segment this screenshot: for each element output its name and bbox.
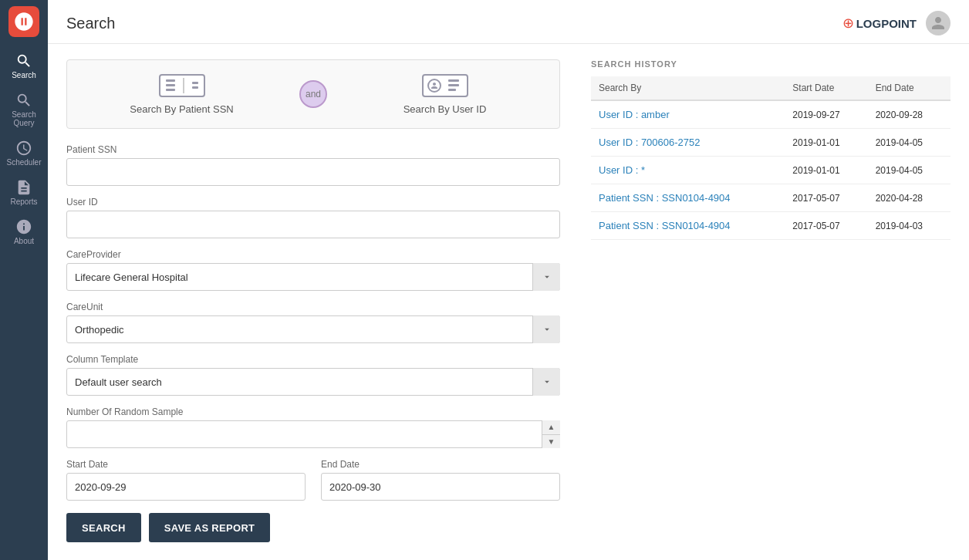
sidebar-label-about: About — [14, 237, 34, 245]
sidebar-item-about[interactable]: About — [0, 212, 48, 251]
patient-ssn-input[interactable] — [66, 158, 560, 186]
history-start-date: 2017-05-07 — [785, 184, 867, 212]
sidebar-item-search-query[interactable]: Search Query — [0, 86, 48, 133]
search-button[interactable]: SEARCH — [66, 513, 141, 542]
history-search-by: User ID : * — [591, 157, 785, 184]
care-provider-select[interactable]: Lifecare General Hospital — [66, 263, 560, 291]
history-start-date: 2019-01-01 — [785, 129, 867, 157]
history-start-date: 2017-05-07 — [785, 212, 867, 240]
column-template-select-wrapper: Default user search — [66, 368, 560, 396]
history-start-date: 2019-09-27 — [785, 100, 867, 129]
spinner-down-button[interactable]: ▼ — [542, 434, 560, 449]
user-id-label: User ID — [66, 197, 560, 207]
search-by-ssn-label: Search By Patient SSN — [130, 103, 233, 115]
care-unit-label: CareUnit — [66, 302, 560, 312]
search-type-box: Search By Patient SSN and — [66, 59, 560, 129]
random-sample-input[interactable] — [66, 420, 560, 448]
patient-ssn-label: Patient SSN — [66, 144, 560, 155]
user-avatar[interactable] — [926, 11, 950, 35]
action-buttons: SEARCH SAVE AS REPORT — [66, 513, 560, 542]
search-form-area: Search By Patient SSN and — [66, 59, 560, 542]
history-end-date: 2020-04-28 — [868, 184, 950, 212]
sidebar-item-search[interactable]: Search — [0, 46, 48, 86]
logpoint-icon: ⊕ — [842, 15, 854, 32]
app-logo[interactable] — [8, 6, 39, 37]
history-end-date: 2019-04-03 — [868, 212, 950, 240]
history-search-by: User ID : amber — [591, 100, 785, 129]
col-search-by: Search By — [591, 76, 785, 100]
search-by-userid-label: Search By User ID — [403, 103, 487, 115]
column-template-select[interactable]: Default user search — [66, 368, 560, 396]
history-end-date: 2019-04-05 — [868, 157, 950, 184]
history-start-date: 2019-01-01 — [785, 157, 867, 184]
history-search-by: User ID : 700606-2752 — [591, 129, 785, 157]
random-sample-group: Number Of Random Sample ▲ ▼ — [66, 407, 560, 448]
spinner-up-button[interactable]: ▲ — [542, 420, 560, 434]
sidebar-label-reports: Reports — [10, 197, 37, 206]
table-row[interactable]: Patient SSN : SSN0104-4904 2017-05-07 20… — [591, 184, 950, 212]
search-history-area: SEARCH HISTORY Search By Start Date End … — [591, 59, 950, 542]
number-spinners: ▲ ▼ — [542, 420, 560, 448]
care-unit-select-wrapper: Orthopedic — [66, 315, 560, 343]
history-end-date: 2020-09-28 — [868, 100, 950, 129]
and-label: and — [306, 89, 321, 100]
table-row[interactable]: User ID : * 2019-01-01 2019-04-05 — [591, 157, 950, 184]
logpoint-brand: ⊕ LOGPOINT — [842, 15, 917, 32]
column-template-group: Column Template Default user search — [66, 354, 560, 396]
care-unit-group: CareUnit Orthopedic — [66, 302, 560, 343]
random-sample-wrapper: ▲ ▼ — [66, 420, 560, 448]
care-provider-select-wrapper: Lifecare General Hospital — [66, 263, 560, 291]
end-date-label: End Date — [321, 459, 560, 470]
user-id-group: User ID — [66, 197, 560, 238]
table-row[interactable]: User ID : amber 2019-09-27 2020-09-28 — [591, 100, 950, 129]
care-unit-select[interactable]: Orthopedic — [66, 315, 560, 343]
sidebar-item-scheduler[interactable]: Scheduler — [0, 133, 48, 173]
search-by-ssn-option[interactable]: Search By Patient SSN — [67, 60, 296, 128]
header: Search ⊕ LOGPOINT — [48, 0, 969, 44]
end-date-input[interactable] — [321, 473, 560, 501]
user-id-input[interactable] — [66, 211, 560, 238]
and-badge: and — [299, 80, 327, 108]
start-date-input[interactable] — [66, 473, 306, 501]
date-row: Start Date End Date — [66, 459, 560, 501]
history-search-by: Patient SSN : SSN0104-4904 — [591, 184, 785, 212]
history-table: Search By Start Date End Date User ID : … — [591, 76, 950, 240]
care-provider-label: CareProvider — [66, 249, 560, 260]
sidebar-label-scheduler: Scheduler — [6, 158, 41, 167]
col-end-date: End Date — [868, 76, 950, 100]
table-row[interactable]: Patient SSN : SSN0104-4904 2017-05-07 20… — [591, 212, 950, 240]
history-table-header-row: Search By Start Date End Date — [591, 76, 950, 100]
history-end-date: 2019-04-05 — [868, 129, 950, 157]
history-section-title: SEARCH HISTORY — [591, 59, 950, 69]
header-right: ⊕ LOGPOINT — [842, 11, 950, 35]
sidebar-label-search-query: Search Query — [3, 110, 45, 127]
care-provider-group: CareProvider Lifecare General Hospital — [66, 249, 560, 291]
sidebar: Search Search Query Scheduler Reports Ab… — [0, 0, 48, 560]
ssn-icon — [159, 74, 205, 97]
end-date-group: End Date — [321, 459, 560, 501]
logpoint-name: LOGPOINT — [856, 17, 917, 30]
table-row[interactable]: User ID : 700606-2752 2019-01-01 2019-04… — [591, 129, 950, 157]
userid-icon — [422, 74, 468, 97]
random-sample-label: Number Of Random Sample — [66, 407, 560, 417]
start-date-group: Start Date — [66, 459, 306, 501]
page-title: Search — [66, 15, 115, 32]
save-as-report-button[interactable]: SAVE AS REPORT — [149, 513, 271, 542]
patient-ssn-group: Patient SSN — [66, 144, 560, 186]
main-content: Search ⊕ LOGPOINT — [48, 0, 969, 560]
column-template-label: Column Template — [66, 354, 560, 365]
sidebar-item-reports[interactable]: Reports — [0, 173, 48, 212]
body-area: Search By Patient SSN and — [48, 44, 969, 558]
sidebar-label-search: Search — [12, 71, 36, 79]
col-start-date: Start Date — [785, 76, 867, 100]
history-search-by: Patient SSN : SSN0104-4904 — [591, 212, 785, 240]
search-by-userid-option[interactable]: Search By User ID — [330, 60, 559, 128]
start-date-label: Start Date — [66, 459, 306, 470]
